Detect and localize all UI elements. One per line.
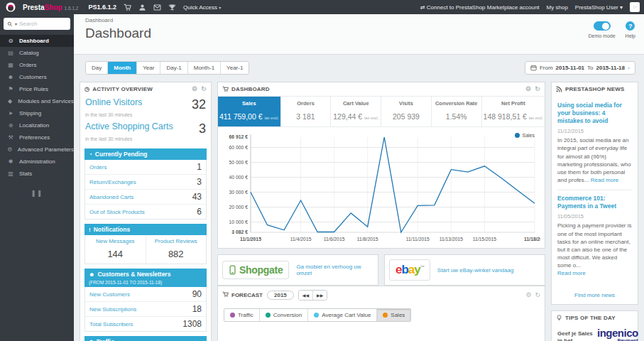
sidebar-item-dashboard[interactable]: ⊙Dashboard bbox=[0, 35, 74, 47]
prestashop-news-panel: PRESTASHOP NEWS Using social media for y… bbox=[551, 82, 638, 305]
sidebar-item-customers[interactable]: ☻Customers bbox=[0, 71, 74, 83]
cart-icon[interactable] bbox=[124, 4, 131, 11]
forecast-next-button[interactable]: ▶▶ bbox=[312, 291, 327, 300]
sidebar-item-catalog[interactable]: ▤Catalog bbox=[0, 47, 74, 59]
customer-icon[interactable] bbox=[138, 4, 146, 11]
my-shop-link[interactable]: My shop bbox=[547, 4, 568, 11]
kpi-row: Sales411 759,00 € tax excl. Orders3 181 … bbox=[218, 96, 545, 127]
new-customers-link[interactable]: New Customers bbox=[89, 291, 130, 298]
find-more-news-link[interactable]: Find more news bbox=[552, 288, 638, 304]
sidebar-item-shipping[interactable]: ➤Shipping bbox=[0, 107, 74, 119]
toggle-average-cart-value[interactable]: Average Cart Value bbox=[307, 309, 376, 321]
date-from-label: From bbox=[540, 65, 553, 71]
help-button[interactable]: ? bbox=[626, 21, 635, 31]
active-carts-link[interactable]: Active Shopping Carts bbox=[85, 121, 173, 131]
abandoned-carts-link[interactable]: Abandoned Carts bbox=[89, 194, 133, 200]
search-input[interactable] bbox=[19, 21, 67, 27]
user-menu[interactable]: PrestaShop User ▾ bbox=[575, 4, 623, 11]
kpi-cart-value[interactable]: Cart Value129,44 € tax excl. bbox=[330, 97, 381, 126]
product-reviews-cell[interactable]: Product Reviews882 bbox=[146, 235, 207, 264]
sidebar-item-stats[interactable]: ▥Stats bbox=[0, 168, 74, 180]
search-scope-caret-icon[interactable]: ▾ bbox=[15, 21, 17, 26]
sidebar-search[interactable]: ▾ bbox=[4, 18, 70, 30]
clock-icon: ◷ bbox=[84, 86, 89, 92]
forecast-chart-area bbox=[218, 329, 545, 341]
pending-orders-link[interactable]: Orders bbox=[89, 164, 107, 170]
administration-icon: ✱ bbox=[7, 158, 14, 165]
news-article-title-link[interactable]: Using social media for your business: 4 … bbox=[557, 102, 632, 125]
panel-settings-icon[interactable]: ⚙ bbox=[525, 292, 531, 298]
quick-access-menu[interactable]: Quick Access ▾ bbox=[183, 4, 221, 11]
trophy-icon[interactable] bbox=[168, 4, 176, 11]
sidebar-item-advanced-parameters[interactable]: ⚙Advanced Parameters bbox=[0, 144, 74, 156]
new-subscriptions-link[interactable]: New Subscriptions bbox=[89, 306, 136, 313]
search-icon bbox=[7, 21, 13, 27]
range-year-1-button[interactable]: Year-1 bbox=[220, 62, 249, 74]
brand-link[interactable]: PrestaShop1.6.1.2 bbox=[23, 4, 78, 11]
sidebar-item-orders[interactable]: ▦Orders bbox=[0, 59, 74, 71]
kpi-net-profit[interactable]: Net Profit148 918,51 € tax excl. bbox=[481, 97, 545, 126]
news-article-title-link[interactable]: Ecommerce 101: Payments in a Tweet bbox=[557, 195, 632, 210]
out-of-stock-link[interactable]: Out of Stock Products bbox=[89, 209, 145, 215]
chart-legend-sales[interactable]: Sales bbox=[515, 133, 535, 138]
date-range-picker[interactable]: From 2015-11-01 To 2015-11-18 ▾ bbox=[525, 61, 635, 75]
panel-refresh-icon[interactable]: ↻ bbox=[535, 86, 540, 92]
demo-mode-toggle[interactable] bbox=[594, 21, 611, 31]
demo-mode-label: Demo mode bbox=[588, 33, 615, 38]
user-avatar[interactable]: P bbox=[630, 2, 640, 12]
online-visitors-link[interactable]: Online Visitors bbox=[85, 97, 142, 107]
panel-settings-icon[interactable]: ⚙ bbox=[192, 86, 197, 92]
range-month-1-button[interactable]: Month-1 bbox=[187, 62, 220, 74]
activity-panel-title: ACTIVITY OVERVIEW bbox=[92, 86, 153, 92]
range-day-button[interactable]: Day bbox=[86, 62, 107, 74]
shop-version-label: PS1.6.1.2 bbox=[88, 4, 116, 11]
total-subscribers-link[interactable]: Total Subscribers bbox=[89, 321, 133, 328]
read-more-link[interactable]: Read more bbox=[557, 270, 586, 276]
toggle-traffic[interactable]: Traffic bbox=[224, 309, 259, 321]
prestashop-logo-icon[interactable] bbox=[6, 2, 16, 12]
new-messages-cell[interactable]: New Messages144 bbox=[85, 235, 146, 264]
svg-text:3 082 €: 3 082 € bbox=[231, 229, 248, 234]
range-year-button[interactable]: Year bbox=[136, 62, 160, 74]
ebay-promo-link[interactable]: Start uw eBay-winkel vandaag bbox=[437, 267, 514, 274]
panel-refresh-icon[interactable]: ↻ bbox=[201, 86, 207, 92]
shopgate-promo-link[interactable]: Ga mobiel en verhoog uw omzet bbox=[296, 264, 373, 276]
toggle-sales[interactable]: Sales bbox=[376, 309, 410, 321]
range-day-1-button[interactable]: Day-1 bbox=[160, 62, 187, 74]
clock-icon: ◔ bbox=[89, 151, 92, 158]
active-carts-value: 3 bbox=[199, 121, 206, 136]
toggle-conversion[interactable]: Conversion bbox=[259, 309, 307, 321]
dashboard-panel: DASHBOARD ⚙ ↻ Sales411 759,00 € tax excl… bbox=[217, 82, 545, 249]
kpi-conversion-rate[interactable]: Conversion Rate1.54% bbox=[431, 97, 481, 126]
range-month-button[interactable]: Month bbox=[107, 62, 136, 74]
svg-text:11/1/2015: 11/1/2015 bbox=[240, 237, 261, 242]
sidebar-item-modules[interactable]: ◆Modules and Services bbox=[0, 95, 74, 107]
sidebar-item-price-rules[interactable]: ⚑Price Rules bbox=[0, 83, 74, 95]
chevron-down-icon: ▾ bbox=[620, 4, 623, 11]
kpi-visits[interactable]: Visits205 939 bbox=[381, 97, 431, 126]
traffic-dot-icon bbox=[230, 313, 235, 318]
online-visitors-value: 32 bbox=[192, 97, 206, 112]
breadcrumb[interactable]: Dashboard bbox=[85, 17, 151, 23]
sales-dot-icon bbox=[383, 313, 388, 318]
kpi-orders[interactable]: Orders3 181 bbox=[280, 97, 331, 126]
sidebar-collapse-toggle[interactable]: ❚❚ bbox=[0, 190, 74, 197]
pending-returns-link[interactable]: Return/Exchanges bbox=[89, 179, 136, 185]
range-button-group: Day Month Year Day-1 Month-1 Year-1 bbox=[85, 61, 249, 75]
marketplace-connect-link[interactable]: ⇄ Connect to PrestaShop Marketplace acco… bbox=[420, 4, 540, 11]
kpi-sales[interactable]: Sales411 759,00 € tax excl. bbox=[218, 97, 280, 126]
messages-icon[interactable] bbox=[153, 4, 161, 11]
pending-section-header: ◔Currently Pending bbox=[84, 148, 207, 160]
panel-refresh-icon[interactable]: ↻ bbox=[535, 292, 540, 298]
sidebar-item-administration[interactable]: ✱Administration bbox=[0, 156, 74, 168]
read-more-link[interactable]: Read more bbox=[591, 177, 619, 183]
cart-icon bbox=[222, 86, 229, 92]
svg-text:11/8/2015: 11/8/2015 bbox=[357, 237, 378, 242]
sidebar-item-localization[interactable]: ⊕Localization bbox=[0, 119, 74, 131]
date-to-label: To bbox=[587, 65, 593, 71]
svg-text:30 000 €: 30 000 € bbox=[229, 190, 249, 195]
sidebar-item-preferences[interactable]: ⚒Preferences bbox=[0, 131, 74, 144]
panel-settings-icon[interactable]: ⚙ bbox=[525, 86, 531, 92]
modules-icon: ◆ bbox=[7, 98, 13, 104]
forecast-prev-button[interactable]: ◀◀ bbox=[299, 291, 312, 300]
